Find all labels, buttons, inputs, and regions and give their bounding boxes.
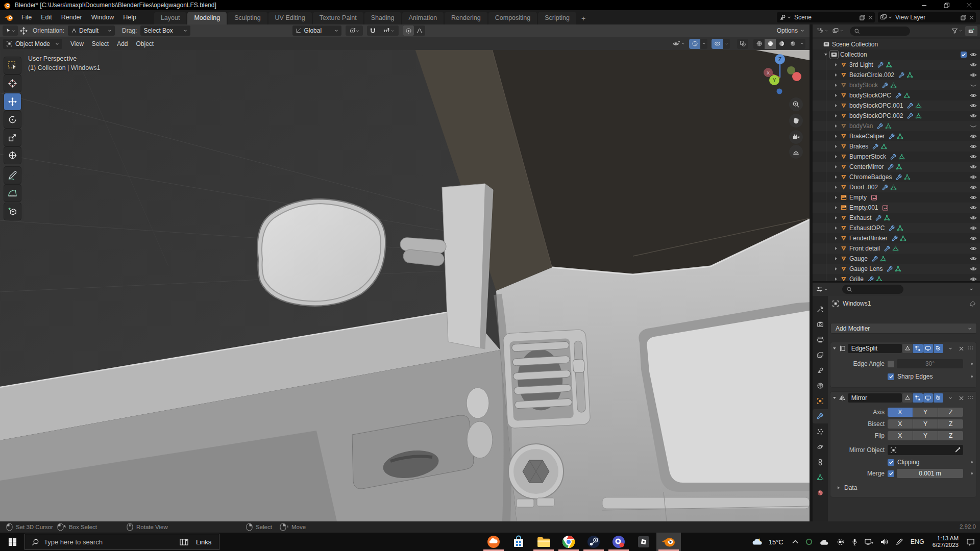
edgesplit-name-field[interactable]: EdgeSplit bbox=[848, 344, 902, 353]
task-view-button[interactable] bbox=[176, 533, 192, 551]
tab-rendering[interactable]: Rendering bbox=[445, 12, 487, 24]
outliner-row-empty-001[interactable]: Empty.001 bbox=[813, 203, 980, 213]
expand-arrow-icon[interactable] bbox=[834, 236, 840, 240]
outliner-row-scene-collection[interactable]: Scene Collection bbox=[813, 39, 980, 49]
expand-arrow-icon[interactable] bbox=[834, 165, 840, 169]
shading-rendered-button[interactable] bbox=[787, 39, 798, 49]
outliner-row-collection[interactable]: Collection bbox=[813, 49, 980, 60]
taskbar-app-game-launcher[interactable] bbox=[606, 533, 631, 551]
overlays-dropdown[interactable] bbox=[723, 39, 730, 49]
outliner-item-label[interactable]: Brakes bbox=[849, 143, 868, 150]
properties-search-input[interactable] bbox=[842, 285, 903, 294]
outliner-item-label[interactable]: BumperStock bbox=[849, 153, 886, 160]
eye-open-icon[interactable] bbox=[970, 163, 977, 170]
outliner-item-label[interactable]: Grille bbox=[849, 276, 864, 281]
tab-uv-editing[interactable]: UV Editing bbox=[268, 12, 312, 24]
eye-open-icon[interactable] bbox=[970, 71, 977, 79]
shading-solid-button[interactable] bbox=[765, 39, 776, 49]
expand-arrow-icon[interactable] bbox=[834, 226, 840, 230]
outliner-row-bodystock[interactable]: bodyStock bbox=[813, 80, 980, 90]
overlays-toggle[interactable] bbox=[712, 39, 723, 49]
outliner-row-bodystockopc-002[interactable]: bodyStockOPC.002 bbox=[813, 111, 980, 121]
drag-handle-icon[interactable] bbox=[967, 346, 973, 351]
meet-now-tray-icon[interactable] bbox=[837, 538, 845, 545]
outliner-item-label[interactable]: BezierCircle.002 bbox=[849, 71, 894, 79]
axis-y-button[interactable]: Y bbox=[913, 408, 938, 417]
edgesplit-extras-dropdown[interactable] bbox=[945, 343, 956, 354]
outliner-item-label[interactable]: FenderBlinker bbox=[849, 235, 888, 242]
outliner-row-brakecaliper[interactable]: BrakeCaliper bbox=[813, 131, 980, 141]
navigation-gizmo[interactable]: Z X Y bbox=[757, 49, 808, 100]
outliner-display-mode-dropdown[interactable] bbox=[832, 28, 844, 34]
tool-scale[interactable] bbox=[4, 129, 21, 146]
remove-view-layer-icon[interactable] bbox=[969, 15, 974, 20]
taskbar-app-chrome[interactable] bbox=[556, 533, 581, 551]
outliner-filter-dropdown[interactable] bbox=[951, 28, 963, 34]
3d-viewport[interactable] bbox=[0, 50, 810, 521]
eye-closed-icon[interactable] bbox=[970, 82, 977, 89]
expand-arrow-icon[interactable] bbox=[834, 195, 840, 199]
edgesplit-header[interactable]: EdgeSplit bbox=[830, 342, 976, 355]
eye-open-icon[interactable] bbox=[970, 153, 977, 160]
collection-checkbox[interactable] bbox=[961, 52, 967, 58]
properties-tab-scene[interactable] bbox=[813, 363, 828, 378]
outliner-row-exhaust[interactable]: Exhaust bbox=[813, 213, 980, 223]
new-collection-button[interactable] bbox=[965, 26, 977, 36]
tool-cursor[interactable] bbox=[4, 75, 21, 92]
mirror-viewport-toggle[interactable] bbox=[923, 393, 933, 403]
editor-type-dropdown[interactable] bbox=[816, 28, 828, 34]
perspective-toggle-button[interactable] bbox=[789, 145, 803, 159]
edgesplit-close-icon[interactable] bbox=[956, 343, 967, 354]
outliner-search-input[interactable] bbox=[850, 27, 910, 36]
drag-dropdown[interactable]: Select Box bbox=[140, 26, 190, 36]
viewport-menu-view[interactable]: View bbox=[66, 38, 88, 49]
close-button[interactable] bbox=[958, 0, 980, 10]
move-gizmo-icon[interactable] bbox=[18, 26, 29, 36]
outliner-item-label[interactable]: Gauge bbox=[849, 255, 868, 262]
expand-arrow-icon[interactable] bbox=[834, 144, 840, 148]
pivot-point-dropdown[interactable] bbox=[346, 26, 363, 36]
outliner-row-exhaustopc[interactable]: ExhaustOPC bbox=[813, 223, 980, 233]
tab-modeling[interactable]: Modeling bbox=[187, 12, 227, 24]
blender-menu-logo-icon[interactable] bbox=[4, 14, 14, 21]
eyedropper-icon[interactable] bbox=[954, 447, 961, 453]
expand-arrow-icon[interactable] bbox=[834, 114, 840, 118]
eye-open-icon[interactable] bbox=[970, 276, 977, 281]
proportional-editing-toggle[interactable] bbox=[403, 26, 414, 36]
snap-target-dropdown[interactable] bbox=[378, 26, 399, 36]
pan-view-button[interactable] bbox=[789, 114, 803, 128]
gizmo-toggle[interactable] bbox=[689, 39, 700, 49]
outliner-row-gauge-lens[interactable]: Gauge Lens bbox=[813, 264, 980, 274]
eye-open-icon[interactable] bbox=[970, 102, 977, 109]
expand-arrow-icon[interactable] bbox=[834, 216, 840, 220]
flip-x-button[interactable]: X bbox=[888, 431, 913, 440]
flip-z-button[interactable]: Z bbox=[938, 431, 963, 440]
outliner-item-label[interactable]: bodyStock bbox=[849, 82, 878, 89]
tab-texture-paint[interactable]: Texture Paint bbox=[313, 12, 363, 24]
outliner-row-grille[interactable]: Grille bbox=[813, 274, 980, 281]
outliner-row-fenderblinker[interactable]: FenderBlinker bbox=[813, 233, 980, 243]
shading-material-button[interactable] bbox=[776, 39, 787, 49]
expand-arrow-icon[interactable] bbox=[834, 83, 840, 87]
properties-tab-render[interactable] bbox=[813, 317, 828, 332]
outliner-item-label[interactable]: bodyStockOPC.001 bbox=[849, 102, 903, 109]
edge-angle-checkbox[interactable] bbox=[888, 361, 894, 367]
outliner-item-label[interactable]: ExhaustOPC bbox=[849, 224, 885, 232]
edge-angle-value[interactable]: 30° bbox=[897, 359, 963, 368]
menu-window[interactable]: Window bbox=[87, 12, 118, 23]
shading-dropdown[interactable] bbox=[798, 39, 805, 49]
expand-arrow-icon[interactable] bbox=[834, 206, 840, 210]
new-scene-icon[interactable] bbox=[859, 14, 866, 21]
outliner-row-bodystockopc[interactable]: bodyStockOPC bbox=[813, 90, 980, 101]
taskbar-app-blender[interactable] bbox=[656, 533, 681, 551]
outliner-row-chromebadges[interactable]: ChromeBadges bbox=[813, 172, 980, 182]
restore-button[interactable] bbox=[935, 0, 958, 10]
eye-open-icon[interactable] bbox=[970, 224, 977, 232]
eye-open-icon[interactable] bbox=[970, 92, 977, 99]
mirror-close-icon[interactable] bbox=[956, 393, 967, 403]
properties-filter-dropdown[interactable] bbox=[966, 284, 977, 294]
scene-name[interactable]: Scene bbox=[794, 14, 812, 21]
eye-open-icon[interactable] bbox=[970, 245, 977, 252]
outliner-item-label[interactable]: BrakeCaliper bbox=[849, 133, 885, 140]
outliner-item-label[interactable]: 3rd Light bbox=[849, 61, 873, 68]
